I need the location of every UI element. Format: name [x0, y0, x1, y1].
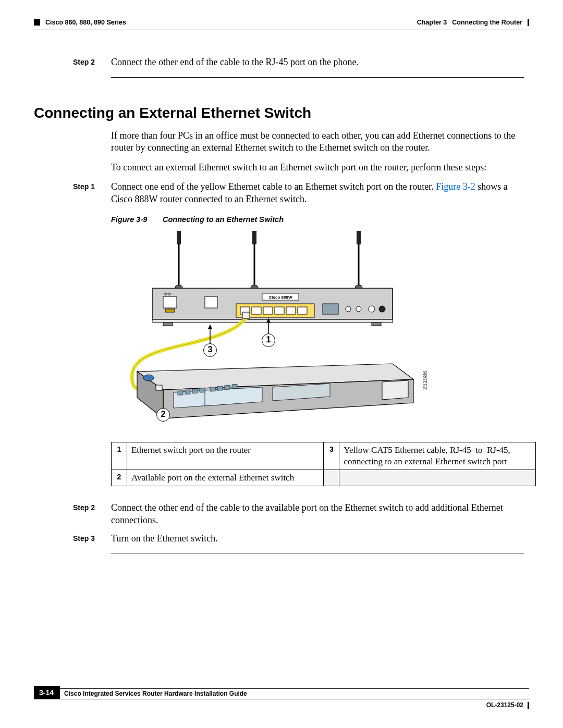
svg-rect-51 [232, 384, 237, 389]
svg-point-28 [379, 306, 385, 312]
router-model-label: Cisco 888W [269, 295, 292, 300]
callout-3: 3 [203, 343, 217, 357]
section-heading: Connecting an External Ethernet Switch [34, 104, 529, 122]
callout-1: 1 [262, 334, 275, 347]
figure-legend-table: 1 Ethernet switch port on the router 3 Y… [111, 442, 536, 486]
svg-rect-45 [185, 390, 190, 394]
legend-desc: Available port on the external Ethernet … [127, 470, 323, 486]
svg-marker-35 [208, 325, 212, 329]
page-number: 3-14 [34, 686, 60, 699]
svg-point-26 [356, 306, 361, 312]
svg-rect-11 [163, 323, 173, 326]
svg-rect-48 [210, 387, 215, 391]
figure-illustration: Cisco 888W ·ı|ı·ı| [111, 231, 430, 431]
intro-paragraph: To connect an external Ethernet switch t… [111, 162, 524, 174]
svg-rect-49 [217, 386, 223, 391]
header-right: Chapter 3 Connecting the Router [417, 18, 529, 27]
step-text: Turn on the Ethernet switch. [111, 533, 524, 545]
table-row: 1 Ethernet switch port on the router 3 Y… [112, 442, 536, 470]
svg-rect-19 [252, 307, 261, 314]
svg-rect-21 [275, 307, 284, 314]
svg-point-25 [346, 306, 351, 312]
svg-rect-23 [298, 307, 307, 314]
step-label: Step 3 [73, 533, 102, 545]
svg-point-27 [369, 306, 375, 312]
svg-rect-22 [286, 307, 296, 314]
svg-rect-31 [242, 312, 250, 318]
footer-sub: OL-23125-02 [34, 701, 529, 710]
step-text: Connect the other end of the cable to th… [111, 502, 524, 526]
svg-rect-53 [156, 385, 162, 390]
svg-rect-8 [357, 231, 361, 244]
breadcrumb: Cisco 860, 880, 890 Series [45, 18, 126, 27]
step-text-part: Connect one end of the yellow Ethernet c… [111, 181, 436, 192]
svg-marker-52 [382, 380, 408, 400]
legend-number: 2 [112, 470, 127, 486]
figure-title: Connecting to an Ethernet Switch [163, 215, 284, 224]
legend-empty [339, 470, 536, 486]
chapter-label: Chapter 3 [417, 18, 447, 27]
svg-text:·ı|ı·ı|ı·: ·ı|ı·ı|ı· [163, 292, 172, 296]
page: Cisco 860, 880, 890 Series Chapter 3 Con… [0, 0, 563, 728]
footer-guide-title: Cisco Integrated Services Router Hardwar… [60, 688, 529, 700]
step-row: Step 2 Connect the other end of the cabl… [73, 502, 524, 526]
svg-rect-47 [200, 388, 205, 392]
svg-rect-15 [205, 297, 217, 308]
figure-caption: Figure 3-9 Connecting to an Ethernet Swi… [111, 215, 524, 225]
chapter-title: Connecting the Router [452, 18, 522, 27]
step-label: Step 1 [73, 181, 102, 205]
table-row: 2 Available port on the external Etherne… [112, 470, 536, 486]
svg-rect-14 [165, 309, 175, 312]
header-marker-icon [34, 19, 40, 26]
svg-rect-44 [178, 391, 183, 396]
svg-rect-50 [225, 385, 230, 390]
step-label: Step 2 [73, 56, 102, 68]
section-end-rule [111, 553, 524, 553]
step-row: Step 3 Turn on the Ethernet switch. [73, 533, 524, 545]
footer-row: 3-14 Cisco Integrated Services Router Ha… [34, 686, 529, 699]
legend-number: 3 [324, 442, 339, 470]
step-row: Step 2 Connect the other end of the cabl… [73, 56, 524, 68]
intro-paragraph: If more than four PCs in an office must … [111, 130, 524, 154]
page-footer: 3-14 Cisco Integrated Services Router Ha… [34, 686, 529, 710]
image-id: 231986 [421, 371, 429, 390]
svg-rect-24 [323, 304, 338, 314]
header-left: Cisco 860, 880, 890 Series [34, 18, 126, 27]
callout-2: 2 [156, 408, 170, 422]
legend-desc: Ethernet switch port on the router [127, 442, 323, 470]
figure-xref-link[interactable]: Figure 3-2 [436, 181, 475, 192]
svg-rect-20 [263, 307, 273, 314]
legend-number: 1 [112, 442, 127, 470]
router-switch-diagram: Cisco 888W ·ı|ı·ı| [111, 231, 430, 431]
doc-id: OL-23125-02 [486, 701, 523, 710]
svg-rect-7 [252, 231, 256, 244]
section-end-rule [111, 77, 524, 78]
svg-rect-13 [163, 297, 177, 308]
svg-point-54 [143, 375, 154, 381]
header-bar-icon [528, 19, 529, 26]
step-row: Step 1 Connect one end of the yellow Eth… [73, 181, 524, 205]
figure-number: Figure 3-9 [111, 215, 161, 225]
step-text: Connect the other end of the cable to th… [111, 56, 524, 68]
step-text: Connect one end of the yellow Ethernet c… [111, 181, 524, 205]
header-rule [34, 30, 529, 30]
footer-bar-icon [528, 702, 529, 709]
page-header: Cisco 860, 880, 890 Series Chapter 3 Con… [34, 18, 529, 27]
svg-rect-46 [192, 389, 198, 393]
legend-empty [324, 470, 339, 486]
step-label: Step 2 [73, 502, 102, 526]
svg-rect-10 [153, 319, 393, 323]
svg-rect-12 [372, 323, 381, 326]
legend-desc: Yellow CAT5 Ethernet cable, RJ-45–to–RJ-… [339, 442, 536, 470]
svg-rect-6 [177, 231, 181, 244]
footer-lines: Cisco Integrated Services Router Hardwar… [60, 688, 529, 700]
